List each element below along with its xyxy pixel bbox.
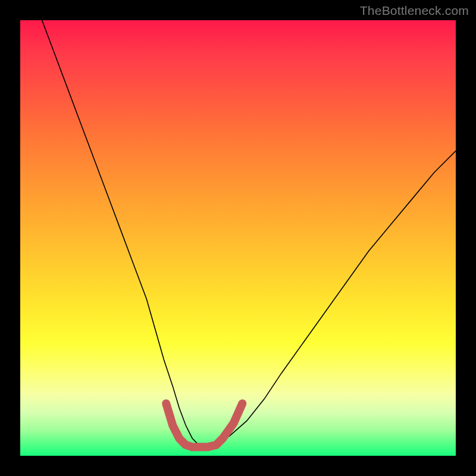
- bottleneck-curve-path: [42, 20, 456, 447]
- trough-marker-path: [166, 403, 242, 447]
- curve-layer: [20, 20, 456, 456]
- chart-frame: TheBottleneck.com: [0, 0, 476, 476]
- plot-area: [20, 20, 456, 456]
- watermark-text: TheBottleneck.com: [360, 4, 469, 18]
